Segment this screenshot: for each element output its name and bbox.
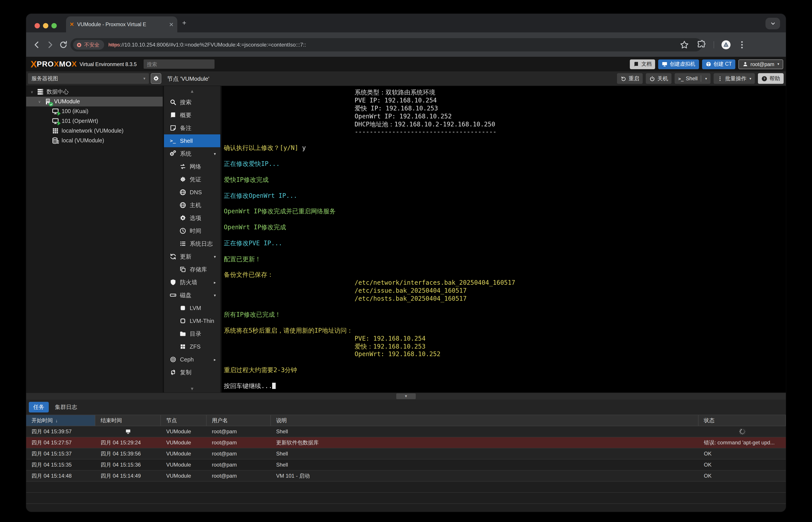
shutdown-button[interactable]: 关机 (646, 73, 671, 84)
close-window-button[interactable] (35, 23, 40, 28)
menu-item--[interactable]: 概要 (164, 109, 220, 122)
view-select[interactable]: 服务器视图 ▾ (28, 73, 149, 84)
menu-item--[interactable]: 系统日志 (164, 237, 220, 250)
task-node: VUModule (161, 426, 207, 437)
tab-close-icon[interactable]: ✕ (169, 21, 174, 27)
forward-icon[interactable] (46, 40, 55, 49)
user-icon (743, 61, 748, 67)
column-header-1[interactable]: 开始时间↓ (26, 415, 95, 426)
tree-item-101-openwrt-[interactable]: 101 (OpenWrt) (26, 116, 163, 126)
menu-item--[interactable]: 备注 (164, 122, 220, 134)
shell-button[interactable]: >_ Shell ▾ (674, 73, 710, 84)
menu-item--[interactable]: 选项 (164, 212, 220, 224)
column-header-4[interactable]: 用户名 (207, 415, 271, 426)
menu-item-lvm-thin[interactable]: LVM-Thin (164, 315, 220, 327)
product-version: Virtual Environment 8.3.5 (80, 61, 137, 67)
menu-item--[interactable]: 磁盘▾ (164, 289, 220, 302)
menu-item--[interactable]: 防火墙▸ (164, 276, 220, 289)
tree-item-vumodule[interactable]: ∨VUModule (26, 97, 163, 106)
tree-item-100-ikuai-[interactable]: 100 (iKuai) (26, 106, 163, 116)
list-icon (179, 240, 186, 247)
browser-window: ✕ VUModule - Proxmox Virtual E ✕ + 不安全 (26, 14, 786, 512)
menu-item--[interactable]: 搜索 (164, 96, 220, 109)
column-header-5[interactable]: 说明 (271, 415, 699, 426)
task-row[interactable]: 四月 04 15:39:57VUModuleroot@pamShell (26, 426, 786, 437)
user-menu-button[interactable]: root@pam ▾ (738, 59, 783, 69)
resource-tree: ∨数据中心∨VUModule100 (iKuai)101 (OpenWrt)lo… (26, 86, 164, 393)
column-header-3[interactable]: 节点 (161, 415, 207, 426)
browser-tab[interactable]: ✕ VUModule - Proxmox Virtual E ✕ (66, 16, 177, 33)
menu-item--[interactable]: 目录 (164, 327, 220, 340)
question-icon: ? (762, 76, 767, 81)
menu-item-label: 复制 (180, 368, 191, 376)
task-row[interactable]: 四月 04 15:15:35四月 04 15:15:36VUModuleroot… (26, 460, 786, 470)
bulk-actions-button[interactable]: 批量操作 ▾ (714, 73, 755, 84)
shell-console[interactable]: 系统类型：双软路由系统环境 PVE IP: 192.168.10.254 爱快 … (222, 86, 786, 393)
zoom-window-button[interactable] (51, 23, 57, 28)
menu-item-ceph[interactable]: Ceph▸ (164, 353, 220, 366)
menu-item-label: 概要 (180, 111, 191, 119)
extensions-puzzle-icon[interactable] (696, 40, 706, 50)
menu-item-lvm[interactable]: LVM (164, 302, 220, 315)
tree-expander-icon[interactable]: ∨ (37, 100, 42, 104)
panel-splitter[interactable]: ▼ (26, 393, 786, 400)
menu-scroll-up-icon[interactable]: ▲ (164, 86, 220, 96)
menu-item--[interactable]: 系统▾ (164, 147, 220, 160)
new-tab-button[interactable]: + (182, 20, 186, 27)
tree-item-localnetwork-vumodule-[interactable]: localnetwork (VUModule) (26, 126, 163, 136)
console-line: 正在修改OpenWrt IP... (224, 192, 786, 200)
menu-item--[interactable]: 复制 (164, 366, 220, 379)
column-header-2[interactable]: 结束时间 (95, 415, 161, 426)
menu-item-shell[interactable]: >_Shell (164, 134, 220, 147)
reload-icon[interactable] (59, 40, 68, 49)
caret-down-icon: ▾ (214, 152, 216, 156)
tree-item-local-vumodule-[interactable]: local (VUModule) (26, 136, 163, 145)
help-button[interactable]: ? 帮助 (758, 73, 784, 84)
menu-item-label: 存储库 (190, 265, 207, 274)
create-ct-button[interactable]: 创建 CT (702, 59, 735, 69)
task-row[interactable]: 四月 04 15:14:48四月 04 15:14:49VUModuleroot… (26, 470, 786, 482)
menu-item-label: ZFS (190, 343, 201, 350)
tree-settings-button[interactable] (151, 73, 161, 84)
tab-tasks[interactable]: 任务 (29, 402, 49, 413)
bookmark-star-icon[interactable] (680, 40, 689, 50)
console-line (224, 232, 786, 240)
address-bar[interactable]: 不安全 https://10.10.10.254:8006/#v1:0:=nod… (70, 38, 702, 52)
tab-search-button[interactable] (766, 18, 780, 29)
console-line: 配置已更新！ (224, 255, 786, 263)
chevron-down-icon[interactable]: ▾ (705, 77, 707, 80)
global-search-input[interactable] (144, 59, 215, 69)
menu-item--[interactable]: 凭证 (164, 173, 220, 186)
toolbar-divider (714, 41, 714, 48)
cube-icon (705, 61, 711, 67)
menu-item-label: 防火墙 (180, 278, 197, 286)
security-chip[interactable]: 不安全 (73, 40, 104, 50)
task-end-time (95, 426, 161, 437)
create-vm-button[interactable]: 创建虚拟机 (658, 59, 699, 69)
minimize-window-button[interactable] (43, 23, 48, 28)
menu-item-dns[interactable]: DNS (164, 186, 220, 199)
spinner-icon (738, 428, 746, 435)
console-line (224, 303, 786, 311)
tree-item--[interactable]: ∨数据中心 (26, 87, 163, 97)
collapse-panel-button[interactable]: ▼ (396, 394, 416, 399)
back-icon[interactable] (33, 40, 41, 49)
menu-item--[interactable]: 更新▾ (164, 250, 220, 263)
tab-cluster-log[interactable]: 集群日志 (55, 403, 77, 411)
task-row[interactable]: 四月 04 15:27:57四月 04 15:29:24VUModuleroot… (26, 437, 786, 448)
browser-menu-kebab-icon[interactable] (737, 40, 747, 50)
menu-item--[interactable]: 主机 (164, 199, 220, 212)
menu-item--[interactable]: 存储库 (164, 263, 220, 276)
menu-scroll-down-icon[interactable]: ▼ (164, 384, 220, 393)
menu-item-zfs[interactable]: ZFS (164, 340, 220, 353)
docs-button[interactable]: 文档 (630, 59, 655, 69)
tree-expander-icon[interactable]: ∨ (30, 90, 34, 94)
running-play-icon (58, 111, 61, 116)
task-row[interactable]: 四月 04 15:15:37四月 04 15:39:56VUModuleroot… (26, 448, 786, 460)
chevron-down-icon: ▾ (750, 77, 751, 80)
menu-item--[interactable]: 时间 (164, 224, 220, 237)
profile-avatar[interactable] (721, 40, 731, 50)
column-header-6[interactable]: 状态 (699, 415, 786, 426)
restart-button[interactable]: 重启 (617, 73, 643, 84)
menu-item--[interactable]: 网络 (164, 160, 220, 173)
